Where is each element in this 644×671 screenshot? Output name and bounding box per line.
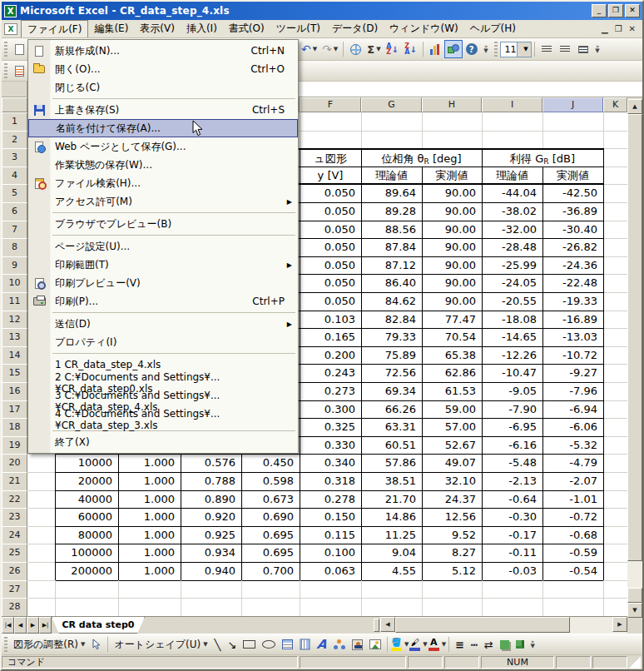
shadow-style-button[interactable] xyxy=(497,636,513,653)
cell-C24[interactable]: 1.000 xyxy=(118,526,181,545)
cell-A24[interactable] xyxy=(27,526,56,545)
cell-J13[interactable]: -13.03 xyxy=(542,328,604,347)
file-menu-item[interactable]: 4 C:¥Documents and Settings¥...¥CR_data_… xyxy=(28,410,298,429)
cell-J20[interactable]: -4.79 xyxy=(542,454,604,473)
chart-wizard-button[interactable] xyxy=(426,40,444,58)
cell-C28[interactable] xyxy=(118,598,181,616)
line-style-button[interactable]: ≡ xyxy=(452,636,468,653)
cell-J8[interactable]: -26.82 xyxy=(542,238,604,257)
cell-F26[interactable]: 0.063 xyxy=(300,562,362,581)
cell-H15[interactable]: 62.86 xyxy=(422,364,483,383)
cell-G13[interactable]: 79.33 xyxy=(361,328,423,347)
cell-E20[interactable]: 0.450 xyxy=(241,454,300,473)
cell-I15[interactable]: -10.47 xyxy=(482,364,543,383)
autoshapes-button[interactable]: オートシェイプ(U)▼ xyxy=(111,636,211,653)
cell-I26[interactable]: -0.03 xyxy=(482,562,543,581)
cell-D24[interactable]: 0.925 xyxy=(181,526,242,545)
row-header-22[interactable]: 22 xyxy=(2,490,27,509)
row-header-17[interactable]: 17 xyxy=(2,400,27,420)
cell-K10[interactable] xyxy=(603,274,628,293)
row-header-9[interactable]: 9 xyxy=(2,256,27,276)
cell-K3[interactable] xyxy=(603,148,628,167)
select-all-corner[interactable] xyxy=(2,97,27,112)
name-box[interactable] xyxy=(2,82,27,97)
cell-K24[interactable] xyxy=(603,526,628,545)
cell-G25[interactable]: 9.04 xyxy=(361,544,423,563)
menu-item-7[interactable]: ウィンドウ(W) xyxy=(384,20,464,37)
cell-F19[interactable]: 0.330 xyxy=(300,436,362,455)
cell-J6[interactable]: -36.89 xyxy=(542,202,604,221)
column-header-G[interactable]: G xyxy=(361,97,422,112)
cell-G24[interactable]: 11.25 xyxy=(361,526,423,545)
cell-J21[interactable]: -2.07 xyxy=(542,472,604,491)
cell-H23[interactable]: 12.56 xyxy=(422,508,483,527)
font-size-dropdown-icon[interactable]: ▼ xyxy=(517,42,531,57)
diagram-button[interactable] xyxy=(330,636,349,653)
file-menu-item[interactable]: 送信(D)▶ xyxy=(28,315,298,333)
cell-B25[interactable]: 100000 xyxy=(55,544,119,563)
cell-H18[interactable]: 57.00 xyxy=(422,418,483,437)
cell-H20[interactable]: 49.07 xyxy=(422,454,483,473)
cell-K23[interactable] xyxy=(603,508,628,527)
cell-J1[interactable] xyxy=(542,112,604,132)
cell-H25[interactable]: 8.27 xyxy=(422,544,483,563)
redo-button[interactable]: ↷▼ xyxy=(320,40,340,58)
menu-file[interactable]: ファイル(F) xyxy=(21,20,88,37)
cell-H9[interactable]: 90.00 xyxy=(422,256,483,276)
doc-restore-button[interactable]: ❐ xyxy=(615,24,622,33)
cell-F5[interactable]: 0.050 xyxy=(300,184,362,203)
cell-G10[interactable]: 86.40 xyxy=(361,274,423,293)
cell-F6[interactable]: 0.050 xyxy=(300,202,362,221)
file-menu-item[interactable]: ファイル検索(H)... xyxy=(28,174,298,192)
cell-G16[interactable]: 69.34 xyxy=(361,382,423,401)
cell-E26[interactable]: 0.700 xyxy=(241,562,300,581)
cell-J5[interactable]: -42.50 xyxy=(542,184,604,203)
row-header-11[interactable]: 11 xyxy=(2,292,27,311)
row-header-1[interactable]: 1 xyxy=(2,112,27,132)
column-header-K[interactable]: K xyxy=(603,97,627,112)
cell-H17[interactable]: 59.00 xyxy=(422,400,483,420)
row-header-13[interactable]: 13 xyxy=(2,328,27,347)
cell-J22[interactable]: -1.01 xyxy=(542,490,604,509)
cell-K28[interactable] xyxy=(603,598,628,616)
file-menu-item[interactable]: Web ページとして保存(G)... xyxy=(28,137,298,156)
cell-G23[interactable]: 14.86 xyxy=(361,508,423,527)
column-header-J[interactable]: J xyxy=(542,97,603,112)
cell-F1[interactable] xyxy=(300,112,362,132)
cell-E21[interactable]: 0.598 xyxy=(241,472,300,491)
cell-K18[interactable] xyxy=(603,418,628,437)
cell-I17[interactable]: -7.90 xyxy=(482,400,543,420)
cell-F4[interactable]: y [V] xyxy=(300,167,362,186)
cell-E24[interactable]: 0.695 xyxy=(241,526,300,545)
cell-G5[interactable]: 89.64 xyxy=(361,184,423,203)
cell-K26[interactable] xyxy=(603,562,628,581)
cell-C27[interactable] xyxy=(118,580,181,599)
cell-J11[interactable]: -19.33 xyxy=(542,292,604,311)
cell-I28[interactable] xyxy=(482,598,543,616)
cell-K25[interactable] xyxy=(603,544,628,563)
cell-A27[interactable] xyxy=(27,580,56,599)
cell-J14[interactable]: -10.72 xyxy=(542,346,604,365)
cell-D23[interactable]: 0.920 xyxy=(181,508,242,527)
cell-G7[interactable]: 88.56 xyxy=(361,221,423,240)
cell-J9[interactable]: -24.36 xyxy=(542,256,604,276)
draw-adjust-button[interactable]: 図形の調整(R)▼ xyxy=(10,636,88,653)
cell-K19[interactable] xyxy=(603,436,628,455)
cell-I24[interactable]: -0.17 xyxy=(482,526,543,545)
cell-H13[interactable]: 70.54 xyxy=(422,328,483,347)
cell-G28[interactable] xyxy=(361,598,423,616)
cell-I9[interactable]: -25.99 xyxy=(482,256,543,276)
cell-H6[interactable]: 90.00 xyxy=(422,202,483,221)
cell-F11[interactable]: 0.050 xyxy=(300,292,362,311)
cell-E25[interactable]: 0.695 xyxy=(241,544,300,563)
cell-J7[interactable]: -30.40 xyxy=(542,221,604,240)
doc-minimize-button[interactable]: ▁ xyxy=(602,24,608,33)
last-sheet-button[interactable]: ▶| xyxy=(39,617,52,634)
row-header-18[interactable]: 18 xyxy=(2,418,27,437)
cell-I18[interactable]: -6.95 xyxy=(482,418,543,437)
cell-I23[interactable]: -0.30 xyxy=(482,508,543,527)
cell-D26[interactable]: 0.940 xyxy=(181,562,242,581)
toolbar2-grip[interactable] xyxy=(4,63,7,78)
column-header-I[interactable]: I xyxy=(482,97,542,112)
drawing-toolbar-grip[interactable] xyxy=(4,637,7,652)
